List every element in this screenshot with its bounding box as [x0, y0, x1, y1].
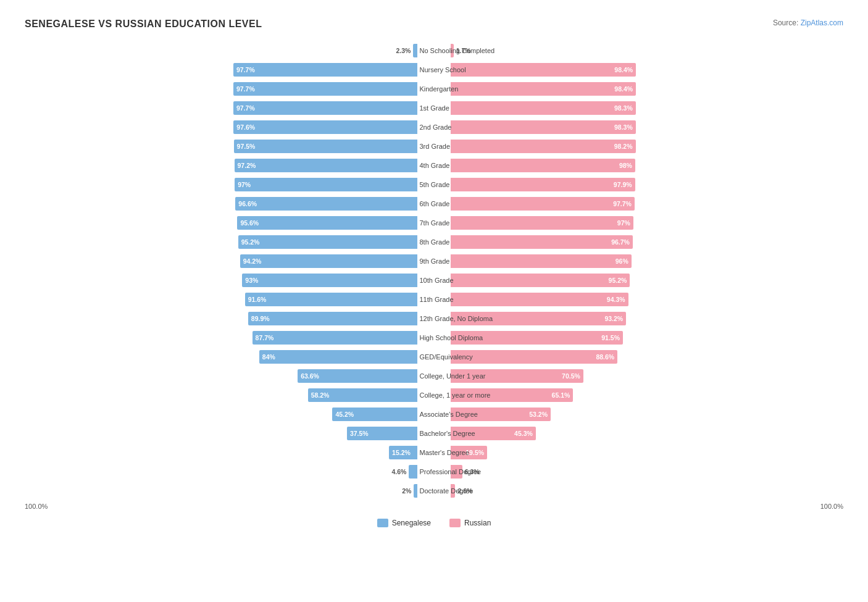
bar-right-value: 95.2% [609, 277, 627, 284]
bar-left-value: 15.2% [392, 449, 411, 456]
bar-right-section: 98.3% [451, 119, 843, 136]
bar-left-value: 96.6% [238, 200, 257, 207]
bar-label: Master's Degree [417, 449, 450, 456]
bar-right-value: 98.4% [614, 85, 633, 93]
bar-blue: 63.6% [298, 369, 417, 383]
bar-row: 87.7% High School Diploma 91.5% [25, 329, 843, 346]
bar-right-inner: 2.6% [451, 482, 843, 500]
bar-left-section: 94.2% [25, 253, 417, 270]
bar-row: 89.9% 12th Grade, No Diploma 93.2% [25, 310, 843, 327]
bar-right-inner: 1.7% [451, 42, 843, 59]
bar-row: 91.6% 11th Grade 94.3% [25, 291, 843, 308]
bar-row: 58.2% College, 1 year or more 65.1% [25, 387, 843, 404]
bar-left-section: 96.6% [25, 195, 417, 212]
bar-right-section: 91.5% [451, 329, 843, 346]
bar-right-section: 95.2% [451, 272, 843, 289]
bar-left-section: 97.6% [25, 119, 417, 136]
bar-right-section: 53.2% [451, 406, 843, 423]
bar-label: 7th Grade [417, 219, 450, 227]
bar-row: 97% 5th Grade 97.9% [25, 176, 843, 193]
bar-right-section: 65.1% [451, 387, 843, 404]
bar-label: 10th Grade [417, 277, 450, 284]
bar-left-value: 97.7% [236, 66, 255, 73]
bar-left-inner: 97.7% [25, 61, 417, 78]
bar-left-inner: 97.6% [25, 119, 417, 136]
bar-blue: 45.2% [332, 408, 417, 421]
bar-right-value: 70.5% [562, 372, 580, 380]
bar-right-inner: 70.5% [451, 367, 843, 385]
bar-left-section: 58.2% [25, 387, 417, 404]
bar-blue: 15.2% [389, 446, 417, 459]
bar-left-section: 45.2% [25, 406, 417, 423]
bar-right-value: 98.3% [614, 104, 633, 112]
bar-right-inner: 6.3% [451, 463, 843, 480]
bar-row: 63.6% College, Under 1 year 70.5% [25, 367, 843, 385]
bar-row: 94.2% 9th Grade 96% [25, 253, 843, 270]
source-url[interactable]: ZipAtlas.com [801, 19, 843, 27]
bar-right-inner: 45.3% [451, 425, 843, 442]
bar-left-section: 91.6% [25, 291, 417, 308]
bar-right-value: 98% [619, 162, 632, 169]
bar-right-section: 98.2% [451, 138, 843, 155]
bar-left-section: 95.6% [25, 214, 417, 232]
bar-left-inner: 97.5% [25, 138, 417, 155]
bar-left-section: 97% [25, 176, 417, 193]
bar-right-inner: 65.1% [451, 387, 843, 404]
bar-right-section: 98.3% [451, 99, 843, 117]
axis-right: 100.0% [820, 503, 843, 510]
bar-right-section: 98.4% [451, 61, 843, 78]
bar-row: 97.7% 1st Grade 98.3% [25, 99, 843, 117]
bar-left-section: 4.6% [25, 463, 417, 480]
bar-right-inner: 95.2% [451, 272, 843, 289]
bar-left-value: 97.5% [237, 143, 256, 150]
bar-right-inner: 93.2% [451, 310, 843, 327]
bar-label: 11th Grade [417, 296, 450, 303]
bar-left-section: 37.5% [25, 425, 417, 442]
bar-pink: 98.3% [451, 120, 636, 134]
bar-label: 8th Grade [417, 238, 450, 246]
bar-left-section: 97.7% [25, 99, 417, 117]
bar-left-inner: 58.2% [25, 387, 417, 404]
bar-left-value: 94.2% [243, 257, 262, 265]
bar-blue: 97.5% [234, 140, 418, 153]
bar-blue: 93% [242, 274, 417, 287]
bar-left-section: 97.7% [25, 61, 417, 78]
bar-left-section: 63.6% [25, 367, 417, 385]
bar-left-inner: 95.2% [25, 233, 417, 251]
bar-left-inner: 94.2% [25, 253, 417, 270]
bar-right-section: 94.3% [451, 291, 843, 308]
bar-left-value: 87.7% [256, 334, 274, 341]
bar-right-section: 6.3% [451, 463, 843, 480]
bar-right-value: 88.6% [596, 353, 614, 361]
bar-left-inner: 2% [25, 482, 417, 500]
bar-label: Professional Degree [417, 468, 450, 475]
bar-right-inner: 91.5% [451, 329, 843, 346]
bar-right-value: 97% [617, 219, 630, 227]
bar-left-value: 93% [245, 277, 258, 284]
bar-blue: 97% [235, 178, 417, 191]
senegalese-swatch [377, 519, 388, 527]
bar-row: 15.2% Master's Degree 19.5% [25, 444, 843, 461]
bar-right-inner: 94.3% [451, 291, 843, 308]
bar-left-value: 97% [238, 181, 251, 188]
bar-left-section: 2% [25, 482, 417, 500]
bar-blue: 37.5% [347, 427, 418, 440]
bar-blue: 97.7% [233, 101, 417, 115]
bar-left-section: 2.3% [25, 42, 417, 59]
chart-title: SENEGALESE VS RUSSIAN EDUCATION LEVEL [25, 19, 262, 30]
bar-right-value: 98.2% [614, 143, 633, 150]
bar-left-value-outside: 4.6% [391, 468, 406, 475]
bar-right-value: 97.9% [614, 181, 632, 188]
bar-left-value: 63.6% [301, 372, 319, 380]
bar-left-value: 97.6% [236, 123, 255, 131]
bar-label: Bachelor's Degree [417, 430, 450, 437]
bar-pink: 98.2% [451, 140, 636, 153]
bar-blue: 84% [259, 350, 418, 364]
bar-left-inner: 91.6% [25, 291, 417, 308]
bar-left-value: 37.5% [350, 430, 369, 437]
bar-right-value: 98.3% [614, 123, 633, 131]
bar-right-inner: 96% [451, 253, 843, 270]
bar-row: 95.6% 7th Grade 97% [25, 214, 843, 232]
bars-container: 2.3% No Schooling Completed 1.7% 97.7% [25, 42, 843, 500]
bar-left-inner: 97.7% [25, 99, 417, 117]
